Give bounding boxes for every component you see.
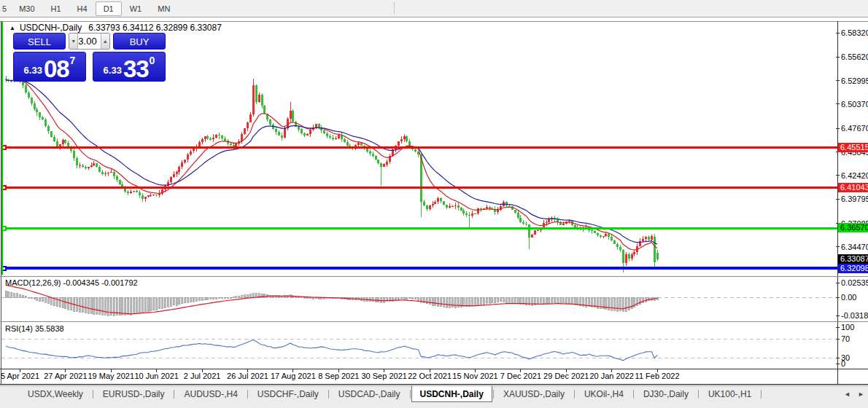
mt4-terminal: 5M30H1H4D1W1MN ▲USDCNH-,Daily6.33793 6.3… [0, 0, 868, 408]
buy-price-prefix: 6.33 [104, 65, 122, 76]
tab-separator [410, 390, 411, 399]
sell-price-sup: 7 [70, 55, 76, 66]
tabs-scroll-right-icon[interactable]: ► [858, 391, 864, 398]
buy-price-big: 33 [123, 59, 149, 79]
buy-price-display[interactable]: 6.33330 [93, 52, 166, 82]
collapse-panel-icon[interactable]: ▲ [9, 25, 15, 31]
sell-price-big: 08 [44, 59, 69, 79]
tf-button-w1[interactable]: W1 [122, 1, 150, 16]
volume-input[interactable]: 3.00 [78, 34, 100, 49]
chart-symbol-label: USDCNH-,Daily [20, 23, 82, 33]
volume-spinner: ▼ 3.00 ▲ [69, 33, 110, 50]
toolbar-divider [394, 2, 395, 14]
one-click-trade-panel: SELL ▼ 3.00 ▲ BUY 6.33087 6.33330 [13, 33, 166, 82]
chart-tab-bar: USDX,WeeklyEURUSD-,DailyAUDUSD-,H4USDCHF… [0, 385, 868, 408]
tab-separator [328, 390, 329, 399]
tab-separator [633, 390, 634, 399]
tf-button-d1[interactable]: D1 [96, 1, 122, 16]
chart-tabs: USDX,WeeklyEURUSD-,DailyAUDUSD-,H4USDCHF… [19, 386, 762, 402]
chart-tab-xauusd-daily[interactable]: XAUUSD-,Daily [495, 386, 573, 402]
tf-button-h4[interactable]: H4 [69, 1, 96, 16]
tabs-scroll-left-icon[interactable]: ◄ [844, 391, 850, 398]
buy-button[interactable]: BUY [113, 33, 166, 50]
tab-separator [761, 390, 762, 399]
timeframe-toolbar: 5M30H1H4D1W1MN [0, 0, 868, 17]
chart-tab-usdchf-daily[interactable]: USDCHF-,Daily [249, 386, 328, 402]
sell-price-display[interactable]: 6.33087 [13, 52, 86, 82]
chart-tab-usdcad-daily[interactable]: USDCAD-,Daily [330, 386, 409, 402]
buy-price-sup: 0 [150, 55, 155, 66]
tab-separator [493, 390, 494, 399]
volume-decrease-button[interactable]: ▼ [69, 34, 78, 49]
chart-tab-dj30-daily[interactable]: DJ30-,Daily [635, 386, 697, 402]
tab-separator [247, 390, 248, 399]
chart-tab-ukoil-h4[interactable]: UKOil-,H4 [576, 386, 632, 402]
tf-button-h1[interactable]: H1 [43, 1, 69, 16]
chart-ohlc-values: 6.33793 6.34112 6.32899 6.33087 [88, 23, 222, 33]
chart-tab-uk100-h1[interactable]: UK100-,H1 [700, 386, 760, 402]
chart-tab-audusd-h4[interactable]: AUDUSD-,H4 [175, 386, 246, 402]
tab-separator [174, 390, 174, 399]
chart-title: ▲USDCNH-,Daily6.33793 6.34112 6.32899 6.… [9, 23, 222, 33]
chart-tab-usdx-weekly[interactable]: USDX,Weekly [19, 386, 92, 402]
tab-separator [698, 390, 699, 399]
sell-price-prefix: 6.33 [24, 65, 42, 76]
sell-button[interactable]: SELL [13, 33, 66, 50]
chart-tab-usdcnh-daily[interactable]: USDCNH-,Daily [411, 386, 492, 402]
tf-button-5[interactable]: 5 [0, 1, 11, 16]
rsi-indicator-label: RSI(14) 35.5838 [5, 324, 64, 333]
volume-increase-button[interactable]: ▲ [101, 34, 109, 49]
macd-indicator-label: MACD(12,26,9) -0.004345 -0.001792 [5, 278, 138, 287]
tf-button-mn[interactable]: MN [150, 1, 178, 16]
tab-separator [93, 390, 93, 399]
chart-tab-eurusd-daily[interactable]: EURUSD-,Daily [94, 386, 174, 402]
tf-button-m30[interactable]: M30 [11, 1, 42, 16]
tab-separator [574, 390, 575, 399]
